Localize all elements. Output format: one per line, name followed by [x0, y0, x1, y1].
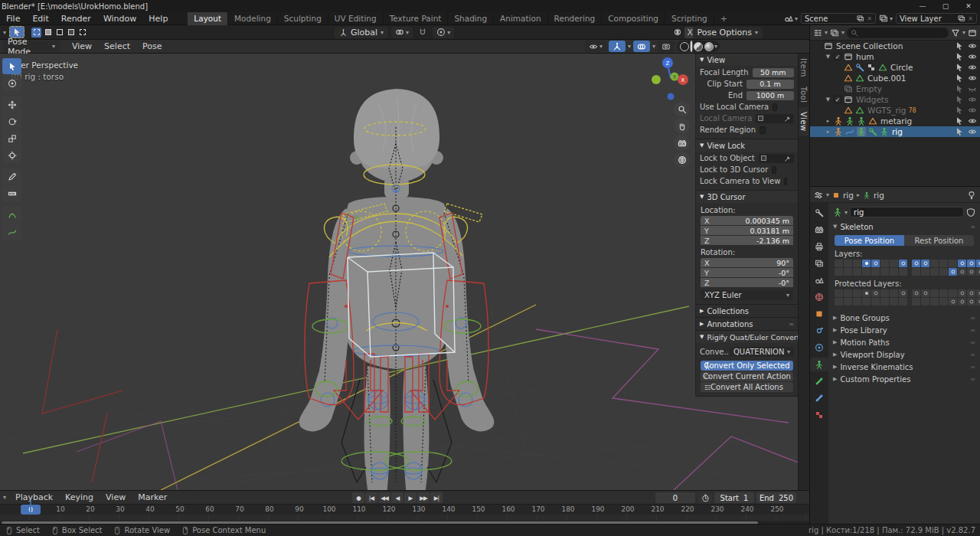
prev-keyframe-button[interactable]: ◀◀: [378, 492, 390, 503]
layer-cell[interactable]: [871, 268, 880, 276]
focal-length-field[interactable]: 50 mm: [753, 68, 794, 77]
tab-scene[interactable]: [810, 273, 828, 287]
layer-cell[interactable]: [967, 268, 975, 276]
menu-file[interactable]: File: [0, 14, 26, 24]
selectable-icon[interactable]: [955, 41, 964, 51]
sidebar-tab-tool[interactable]: Tool: [799, 82, 808, 107]
frame-end-field[interactable]: End250: [756, 492, 796, 503]
view-panel-header[interactable]: ▼View: [696, 54, 798, 66]
selectable-icon[interactable]: [955, 127, 964, 136]
layer-cell[interactable]: [912, 289, 920, 297]
overlays-toggle[interactable]: [633, 41, 650, 52]
workspace-tab-uv-editing[interactable]: UV Editing: [328, 12, 384, 25]
section-viewport-display[interactable]: ▶Viewport Display≡: [833, 348, 975, 361]
editor-type-icon[interactable]: [814, 191, 823, 200]
layer-cell[interactable]: [880, 268, 889, 276]
tool-annotate[interactable]: [2, 168, 21, 185]
pin-icon[interactable]: [967, 191, 976, 200]
tool-relax-pose[interactable]: [2, 224, 21, 240]
layer-cell[interactable]: [912, 260, 920, 267]
section-custom-properties[interactable]: ▶Custom Properties≡: [833, 373, 975, 385]
tab-texture[interactable]: [810, 408, 828, 422]
tool-breakdowner[interactable]: [2, 207, 21, 223]
pose-options-dropdown[interactable]: Pose Options▾: [693, 27, 763, 38]
filter-chevron[interactable]: ▾: [962, 29, 965, 36]
tab-bone-constraints[interactable]: [810, 391, 828, 405]
layer-cell[interactable]: [976, 268, 980, 276]
snap-magnet-icon[interactable]: [416, 27, 430, 38]
viewport-menu-view[interactable]: View: [66, 41, 98, 51]
unlink-icon[interactable]: ✕: [968, 15, 973, 22]
section-pose-library[interactable]: ▶Pose Library≡: [833, 324, 975, 336]
tab-render[interactable]: [810, 223, 828, 237]
workspace-tab-scripting[interactable]: Scripting: [665, 12, 714, 25]
layer-cell[interactable]: [958, 268, 966, 276]
layer-cell[interactable]: [949, 289, 957, 297]
new-collection-icon[interactable]: [968, 28, 977, 38]
add-workspace-button[interactable]: +: [714, 14, 733, 24]
eyedropper-icon[interactable]: [784, 115, 792, 123]
gizmos-toggle[interactable]: [609, 41, 626, 52]
tool-transform[interactable]: [2, 147, 21, 163]
use-local-camera-checkbox[interactable]: [773, 103, 776, 111]
layer-cell[interactable]: [930, 298, 939, 306]
tool-move[interactable]: [2, 96, 21, 113]
layer-cell[interactable]: [921, 268, 929, 276]
layer-cell[interactable]: [930, 268, 939, 276]
overlays-chevron[interactable]: ▾: [652, 43, 655, 50]
layer-cell[interactable]: [844, 268, 852, 276]
layer-cell[interactable]: [912, 298, 920, 306]
orientation-dropdown[interactable]: Global ▾: [335, 27, 388, 38]
tool-select-box[interactable]: [2, 58, 21, 74]
workspace-tab-animation[interactable]: Animation: [494, 12, 548, 25]
layer-cell[interactable]: [949, 268, 957, 276]
rest-position-button[interactable]: Rest Position: [904, 235, 974, 246]
layer-cell[interactable]: [871, 260, 880, 267]
layer-cell[interactable]: [976, 289, 980, 297]
view-layer-selector-icon[interactable]: ▾: [879, 14, 893, 23]
timeline-track[interactable]: [0, 515, 810, 521]
viewport-menu-pose[interactable]: Pose: [136, 41, 168, 51]
layer-cell[interactable]: [835, 268, 843, 276]
menu-help[interactable]: Help: [142, 14, 174, 24]
auto-keying-button[interactable]: ●: [352, 492, 364, 503]
layer-cell[interactable]: [862, 260, 871, 267]
filter-id-icon[interactable]: [830, 28, 839, 38]
close-button[interactable]: ✕: [957, 0, 980, 12]
layer-cell[interactable]: [880, 298, 889, 306]
play-button[interactable]: ▶: [404, 492, 416, 503]
convert-current-action-button[interactable]: Convert Current Action: [701, 371, 793, 381]
tab-output[interactable]: [810, 240, 828, 253]
layer-cell[interactable]: [967, 298, 975, 306]
outliner-row-hum[interactable]: ▼✓hum: [810, 51, 980, 62]
outliner-row-scene-collection[interactable]: Scene Collection: [810, 41, 980, 51]
breadcrumb-data[interactable]: rig: [874, 191, 884, 200]
outliner-row-circle[interactable]: Circle: [810, 62, 980, 73]
axis-y-field[interactable]: Y0.03181 m: [701, 226, 793, 235]
layer-cell[interactable]: [921, 298, 929, 306]
workspace-tab-texture-paint[interactable]: Texture Paint: [384, 12, 449, 25]
layer-cell[interactable]: [844, 289, 852, 297]
layer-cell[interactable]: [899, 289, 907, 297]
layer-cell[interactable]: [853, 268, 861, 276]
layer-cell[interactable]: [862, 268, 871, 276]
shading-wireframe-button[interactable]: [680, 42, 689, 51]
annotations-panel-header[interactable]: ▶Annotations≡: [696, 318, 798, 330]
layer-cell[interactable]: [939, 298, 948, 306]
editor-type-chevron[interactable]: ▾: [826, 191, 829, 198]
visibility-eye-icon[interactable]: [968, 41, 977, 51]
layer-cell[interactable]: [939, 289, 948, 297]
pose-position-button[interactable]: Pose Position: [835, 235, 904, 246]
menu-edit[interactable]: Edit: [26, 14, 54, 24]
outliner-row-metarig[interactable]: ▸metarig: [810, 116, 980, 126]
use-preview-range-button[interactable]: [698, 492, 712, 503]
convert-mode-dropdown[interactable]: QUATERNION▾: [730, 347, 794, 357]
rigify-panel-header[interactable]: ▼Rigify Quat/Euler Converter≡: [696, 331, 798, 343]
pivot-point-dropdown[interactable]: ▾: [391, 27, 413, 38]
jump-start-button[interactable]: |◀: [365, 492, 377, 503]
tool-rotate[interactable]: [2, 113, 21, 129]
timeline-menu-marker[interactable]: Marker: [132, 492, 173, 502]
outliner-row-cube-001[interactable]: Cube.001: [810, 73, 980, 83]
navigation-gizmo[interactable]: Z Y X: [647, 55, 696, 103]
workspace-tab-compositing[interactable]: Compositing: [602, 12, 665, 25]
